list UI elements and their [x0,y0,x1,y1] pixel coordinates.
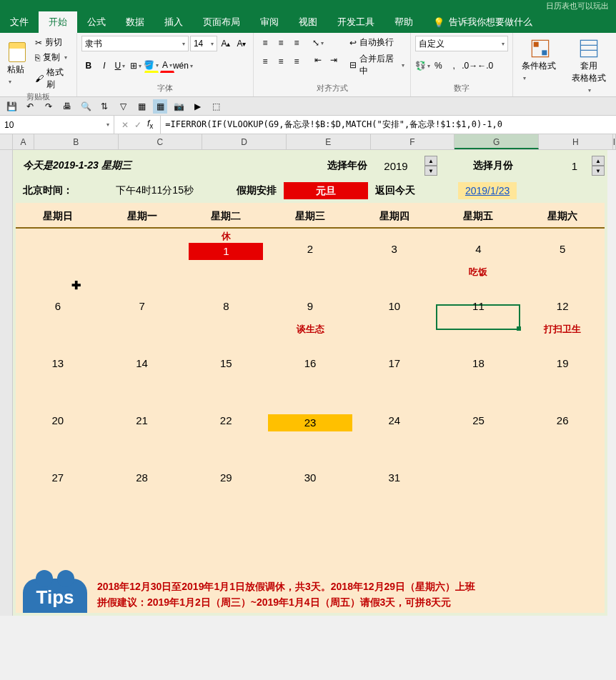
calendar-day[interactable]: 24 [352,400,437,457]
calendar-day[interactable]: 23 [268,400,352,457]
col-header-f[interactable]: F [371,134,455,149]
col-header-g[interactable]: G [454,134,539,149]
tab-formula[interactable]: 公式 [77,11,116,33]
tab-dev[interactable]: 开发工具 [327,11,384,33]
month-up-button[interactable]: ▲ [592,156,605,166]
row-headers[interactable] [0,150,13,616]
calendar-day[interactable]: 29 [184,457,268,514]
calendar-day[interactable]: 6 [16,286,100,343]
month-down-button[interactable]: ▼ [592,166,605,176]
return-today-link[interactable]: 2019/1/23 [458,182,517,199]
calendar-day[interactable] [520,514,605,571]
calendar-day[interactable]: 22 [184,400,268,457]
shrink-font-button[interactable]: A▾ [234,36,249,51]
grow-font-button[interactable]: A▴ [219,36,233,51]
fx-button[interactable]: fx [147,119,153,130]
bold-button[interactable]: B [81,59,96,73]
wrap-button[interactable]: ↩自动换行 [348,36,406,49]
italic-button[interactable]: I [97,59,111,73]
phonetic-button[interactable]: wén▾ [176,59,190,73]
calendar-day[interactable] [16,229,100,286]
calendar-day[interactable]: 15 [184,343,268,400]
cancel-formula-button[interactable]: ✕ [121,120,129,130]
tab-review[interactable]: 审阅 [250,11,289,33]
outdent-button[interactable]: ⇤ [311,53,325,67]
underline-button[interactable]: U▾ [113,59,127,73]
align-bottom-button[interactable]: ≡ [289,36,304,50]
year-spinner[interactable]: ▲▼ [424,156,437,176]
orientation-button[interactable]: ⤡▾ [311,36,325,50]
tell-me[interactable]: 💡 告诉我你想要做什么 [423,11,542,33]
calendar-day[interactable] [437,514,521,571]
calendar-day[interactable]: 14 [100,343,184,400]
tab-data[interactable]: 数据 [116,11,154,33]
year-up-button[interactable]: ▲ [424,156,437,166]
calendar-day[interactable]: 11 [437,286,521,343]
qat-undo-button[interactable]: ↶ [23,99,37,114]
calendar-day[interactable]: 10 [352,286,437,343]
border-button[interactable]: ⊞▾ [129,59,143,73]
calendar-day[interactable] [437,457,521,514]
accept-formula-button[interactable]: ✓ [134,120,141,130]
calendar-day[interactable]: 2 [268,229,352,286]
copy-button[interactable]: ⎘复制▾ [34,51,72,64]
tab-insert[interactable]: 插入 [154,11,193,33]
col-header-d[interactable]: D [202,134,287,149]
align-center-button[interactable]: ≡ [274,54,288,69]
paste-button[interactable]: 粘贴▾ [4,36,31,91]
col-header-h[interactable]: H [539,134,613,149]
fill-color-button[interactable]: 🪣▾ [144,59,159,73]
qat-print-button[interactable]: 🖶 [60,99,74,114]
qat-highlight-button[interactable]: ▦ [153,99,167,114]
calendar-day[interactable]: 9谈生态 [268,286,352,343]
cut-button[interactable]: ✂剪切 [34,36,72,49]
font-color-button[interactable]: A▾ [160,59,174,73]
percent-button[interactable]: % [431,59,445,73]
formula-input[interactable]: =IFERROR(IF(VLOOKUP(G9,备忘录!$B:$D,MATCH("… [161,116,616,134]
calendar-day[interactable]: 4吃饭 [437,229,521,286]
col-header-b[interactable]: B [34,134,119,149]
number-format-combo[interactable]: 自定义▾ [415,36,508,51]
merge-button[interactable]: ⊟合并后居中▾ [348,52,406,78]
tab-help[interactable]: 帮助 [384,11,423,33]
align-top-button[interactable]: ≡ [258,36,272,50]
qat-sort-button[interactable]: ⇅ [97,99,111,114]
calendar-day[interactable]: 休1 [184,229,268,286]
calendar-day[interactable]: 30 [268,457,352,514]
align-middle-button[interactable]: ≡ [274,36,288,50]
col-header-e[interactable]: E [287,134,371,149]
font-name-combo[interactable]: 隶书▾ [81,36,189,51]
name-box[interactable]: 10▾ [0,116,114,134]
calendar-day[interactable] [100,514,184,571]
calendar-day[interactable]: 5 [520,229,605,286]
calendar-day[interactable] [100,229,184,286]
calendar-day[interactable]: 17 [352,343,437,400]
tab-layout[interactable]: 页面布局 [193,11,250,33]
table-format-button[interactable]: 套用 表格格式▾ [566,36,612,96]
align-left-button[interactable]: ≡ [258,54,272,69]
tab-view[interactable]: 视图 [289,11,327,33]
calendar-day[interactable] [268,514,352,571]
worksheet[interactable]: 今天是2019-1-23 星期三 选择年份 2019 ▲▼ 选择月份 1 ▲▼ … [13,150,616,616]
calendar-day[interactable]: 21 [100,400,184,457]
indent-button[interactable]: ⇥ [327,53,341,67]
calendar-day[interactable] [184,514,268,571]
calendar-day[interactable]: 18 [437,343,521,400]
month-spinner[interactable]: ▲▼ [592,156,605,176]
font-size-combo[interactable]: 14▾ [190,36,217,51]
qat-camera-button[interactable]: 📷 [172,99,186,114]
calendar-day[interactable]: 7 [100,286,184,343]
qat-freeze-button[interactable]: ▦ [134,99,149,114]
calendar-day[interactable]: 26 [520,400,605,457]
col-header-i[interactable]: I [613,134,616,149]
calendar-day[interactable]: 20 [16,400,100,457]
tab-file[interactable]: 文件 [0,11,39,33]
calendar-day[interactable]: 27 [16,457,100,514]
calendar-day[interactable]: 28 [100,457,184,514]
inc-decimal-button[interactable]: .0→ [462,59,477,73]
calendar-day[interactable] [520,457,605,514]
calendar-day[interactable] [16,514,100,571]
calendar-day[interactable]: 25 [437,400,521,457]
cond-format-button[interactable]: 条件格式▾ [517,36,563,96]
select-all-corner[interactable] [0,134,13,149]
